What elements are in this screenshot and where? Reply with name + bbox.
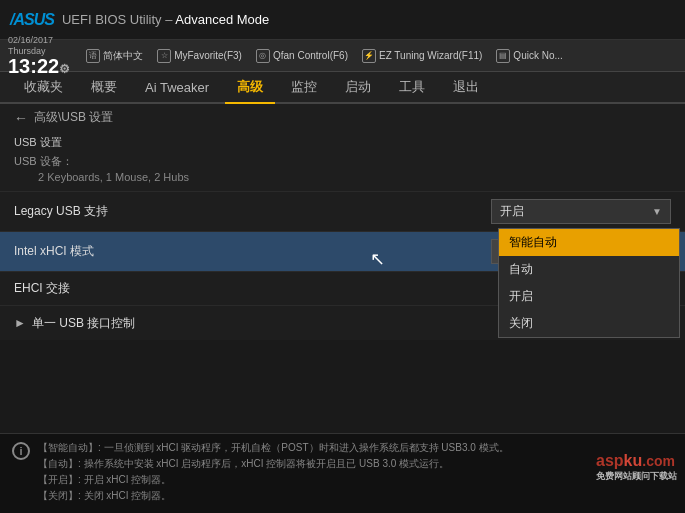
info-line-3: 【开启】: 开启 xHCI 控制器。	[38, 472, 673, 488]
info-line-1: 【智能自动】: 一旦侦测到 xHCI 驱动程序，开机自检（POST）时和进入操作…	[38, 440, 673, 456]
xhci-mode-label: Intel xHCI 模式	[14, 243, 491, 260]
toolbar-qfan[interactable]: ◎ Qfan Control(F6)	[256, 49, 348, 63]
ez-icon: ⚡	[362, 49, 376, 63]
tab-monitor[interactable]: 监控	[279, 71, 329, 103]
toolbar: 02/16/2017 Thursday 13:22⚙ 语 简体中文 ☆ MyFa…	[0, 40, 685, 72]
usb-port-control-label: 单一 USB 接口控制	[32, 315, 135, 332]
info-line-2: 【自动】: 操作系统中安装 xHCI 启动程序后，xHCI 控制器将被开启且已 …	[38, 456, 673, 472]
tab-overview[interactable]: 概要	[79, 71, 129, 103]
toolbar-language[interactable]: 语 简体中文	[86, 49, 143, 63]
back-arrow-icon[interactable]: ←	[14, 110, 28, 126]
tab-exit[interactable]: 退出	[441, 71, 491, 103]
usb-devices-value: 2 Keyboards, 1 Mouse, 2 Hubs	[14, 169, 671, 185]
usb-devices-label: USB 设备：	[14, 154, 671, 169]
watermark: aspku.com 免费网站顾问下载站	[596, 452, 677, 483]
legacy-usb-label: Legacy USB 支持	[14, 203, 491, 220]
toolbar-favorite[interactable]: ☆ MyFavorite(F3)	[157, 49, 242, 63]
submenu-arrow-icon: ►	[14, 316, 26, 330]
qfan-icon: ◎	[256, 49, 270, 63]
info-bar: i 【智能自动】: 一旦侦测到 xHCI 驱动程序，开机自检（POST）时和进入…	[0, 433, 685, 513]
watermark-sub: 免费网站顾问下载站	[596, 470, 677, 483]
toolbar-items: 语 简体中文 ☆ MyFavorite(F3) ◎ Qfan Control(F…	[86, 49, 677, 63]
breadcrumb-path: 高级\USB 设置	[34, 109, 113, 126]
legacy-usb-dropdown[interactable]: 开启 ▼	[491, 199, 671, 224]
dropdown-option-off[interactable]: 关闭	[499, 310, 679, 337]
watermark-main: aspku	[596, 452, 642, 469]
nav-tabs: 收藏夹 概要 Ai Tweaker 高级 监控 启动 工具 退出	[0, 72, 685, 104]
info-text: 【智能自动】: 一旦侦测到 xHCI 驱动程序，开机自检（POST）时和进入操作…	[38, 440, 673, 504]
favorite-icon: ☆	[157, 49, 171, 63]
toolbar-ez-tuning[interactable]: ⚡ EZ Tuning Wizard(F11)	[362, 49, 482, 63]
xhci-dropdown-overlay: 智能自动 自动 开启 关闭	[498, 228, 680, 338]
usb-settings-title: USB 设置	[0, 131, 685, 152]
tab-ai-tweaker[interactable]: Ai Tweaker	[133, 71, 221, 103]
toolbar-quick[interactable]: ▤ Quick No...	[496, 49, 562, 63]
tab-boot[interactable]: 启动	[333, 71, 383, 103]
asus-logo: /ASUS	[10, 11, 54, 29]
legacy-usb-value: 开启	[500, 203, 524, 220]
breadcrumb: ← 高级\USB 设置	[0, 104, 685, 131]
info-icon: i	[12, 442, 30, 460]
legacy-usb-arrow-icon: ▼	[652, 206, 662, 217]
language-icon: 语	[86, 49, 100, 63]
tab-favorites[interactable]: 收藏夹	[12, 71, 75, 103]
quick-icon: ▤	[496, 49, 510, 63]
tab-advanced[interactable]: 高级	[225, 72, 275, 104]
header-bar: /ASUS UEFI BIOS Utility – Advanced Mode	[0, 0, 685, 40]
dropdown-option-auto[interactable]: 自动	[499, 256, 679, 283]
dropdown-option-smart-auto[interactable]: 智能自动	[499, 229, 679, 256]
legacy-usb-row: Legacy USB 支持 开启 ▼	[0, 192, 685, 232]
watermark-suffix: .com	[642, 453, 675, 469]
date-display: 02/16/2017	[8, 35, 70, 46]
dropdown-option-on[interactable]: 开启	[499, 283, 679, 310]
usb-devices-section: USB 设备： 2 Keyboards, 1 Mouse, 2 Hubs	[0, 152, 685, 192]
header-title: UEFI BIOS Utility – Advanced Mode	[62, 12, 269, 27]
info-line-4: 【关闭】: 关闭 xHCI 控制器。	[38, 488, 673, 504]
tab-tools[interactable]: 工具	[387, 71, 437, 103]
